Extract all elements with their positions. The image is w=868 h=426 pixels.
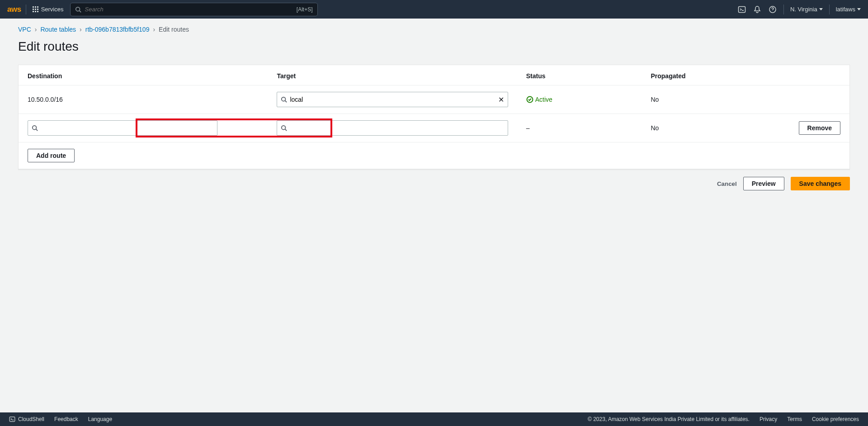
footer-language[interactable]: Language	[88, 416, 112, 422]
footer-copyright: © 2023, Amazon Web Services India Privat…	[588, 416, 750, 422]
check-circle-icon	[526, 96, 533, 103]
remove-route-button[interactable]: Remove	[799, 121, 840, 135]
search-shortcut-hint: [Alt+S]	[297, 6, 313, 13]
svg-point-0	[75, 7, 80, 11]
destination-cell: 10.50.0.0/16	[19, 85, 268, 114]
notifications-icon[interactable]	[753, 5, 762, 14]
cloudshell-icon	[9, 416, 15, 422]
preview-button[interactable]: Preview	[743, 177, 784, 190]
chevron-right-icon: ›	[35, 26, 37, 33]
footer-feedback[interactable]: Feedback	[54, 416, 78, 422]
account-menu[interactable]: latifaws	[836, 6, 861, 13]
svg-line-8	[36, 129, 38, 131]
chevron-right-icon: ›	[80, 26, 82, 33]
breadcrumb: VPC › Route tables › rtb-096b7813fbfb5f1…	[18, 26, 850, 33]
save-changes-button[interactable]: Save changes	[791, 177, 850, 190]
routes-panel: Destination Target Status Propagated 10.…	[18, 65, 850, 170]
svg-point-7	[33, 126, 37, 130]
breadcrumb-route-table-id[interactable]: rtb-096b7813fbfb5f109	[85, 26, 150, 33]
cancel-button[interactable]: Cancel	[717, 180, 737, 187]
clear-icon[interactable]: ✕	[498, 95, 504, 104]
route-row: – No Remove	[19, 114, 849, 142]
aws-logo[interactable]: aws	[7, 5, 26, 14]
footer: CloudShell Feedback Language © 2023, Ama…	[0, 412, 868, 426]
status-cell: –	[517, 114, 642, 142]
region-selector[interactable]: N. Virginia	[790, 6, 823, 13]
svg-point-9	[282, 126, 286, 130]
footer-cookies[interactable]: Cookie preferences	[812, 416, 859, 422]
routes-table: Destination Target Status Propagated 10.…	[19, 65, 849, 169]
svg-line-1	[79, 10, 81, 12]
route-row: 10.50.0.0/16 ✕ Active	[19, 85, 849, 114]
region-label: N. Virginia	[790, 6, 817, 13]
chevron-right-icon: ›	[153, 26, 155, 33]
global-search-input[interactable]	[85, 6, 293, 13]
svg-line-5	[285, 101, 287, 103]
search-icon	[32, 125, 38, 131]
breadcrumb-vpc[interactable]: VPC	[18, 26, 31, 33]
th-target: Target	[268, 65, 517, 85]
propagated-cell: No	[642, 85, 741, 114]
help-icon[interactable]	[768, 5, 777, 14]
page-title: Edit routes	[18, 39, 850, 54]
th-propagated: Propagated	[642, 65, 741, 85]
search-icon	[75, 6, 81, 13]
chevron-down-icon	[819, 8, 823, 10]
breadcrumb-route-tables[interactable]: Route tables	[40, 26, 76, 33]
target-input[interactable]	[290, 124, 504, 132]
svg-line-10	[285, 129, 287, 131]
global-search[interactable]: [Alt+S]	[70, 3, 318, 16]
actions-bar: Cancel Preview Save changes	[18, 170, 850, 190]
search-icon	[281, 96, 287, 103]
footer-terms[interactable]: Terms	[787, 416, 802, 422]
top-nav: aws Services [Alt+S] N. Virginia latifaw…	[0, 0, 868, 19]
chevron-down-icon	[857, 8, 861, 10]
status-badge: Active	[526, 96, 633, 103]
th-status: Status	[517, 65, 642, 85]
svg-point-4	[282, 97, 286, 101]
account-label: latifaws	[836, 6, 855, 13]
services-grid-icon	[33, 6, 38, 12]
page-body: VPC › Route tables › rtb-096b7813fbfb5f1…	[0, 19, 868, 412]
breadcrumb-current: Edit routes	[159, 26, 189, 33]
search-icon	[281, 125, 287, 131]
destination-field[interactable]	[28, 120, 217, 136]
th-destination: Destination	[19, 65, 268, 85]
footer-cloudshell[interactable]: CloudShell	[9, 416, 44, 422]
services-button[interactable]: Services	[33, 6, 64, 13]
target-input[interactable]	[290, 96, 495, 103]
target-field[interactable]	[277, 120, 508, 136]
cloudshell-icon[interactable]	[737, 5, 746, 14]
target-field[interactable]: ✕	[277, 92, 508, 107]
services-label: Services	[41, 6, 64, 13]
add-route-button[interactable]: Add route	[28, 149, 75, 162]
destination-input[interactable]	[41, 124, 213, 132]
propagated-cell: No	[642, 114, 741, 142]
footer-privacy[interactable]: Privacy	[760, 416, 777, 422]
